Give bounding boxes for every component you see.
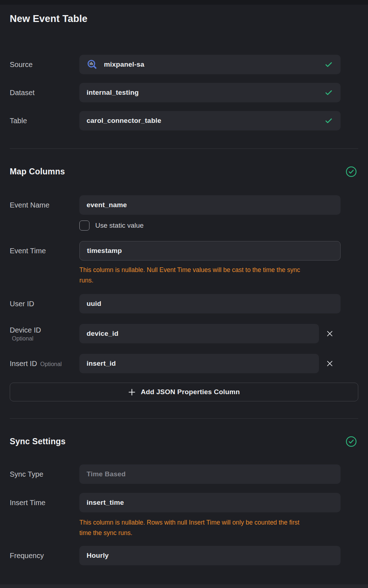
sync-type-field: Time Based	[79, 464, 341, 484]
event-name-label: Event Name	[10, 201, 49, 209]
panel-top-edge	[0, 0, 368, 5]
plus-icon	[128, 388, 136, 396]
user-id-field[interactable]: uuid	[79, 294, 341, 313]
map-columns-title: Map Columns	[10, 166, 65, 177]
insert-id-value: insert_id	[87, 360, 116, 368]
insert-id-row: Insert ID Optional insert_id	[10, 354, 358, 373]
use-static-value-row: Use static value	[79, 220, 358, 231]
device-id-label: Device ID	[10, 326, 79, 334]
valid-check-icon	[324, 116, 333, 125]
device-id-row: Device ID Optional device_id	[10, 324, 358, 343]
event-name-value: event_name	[87, 201, 127, 209]
new-event-table-form: New Event Table Source mixpanel-sa	[0, 13, 368, 565]
sync-type-label: Sync Type	[10, 470, 43, 478]
insert-time-label: Insert Time	[10, 499, 45, 507]
dataset-field[interactable]: internal_testing	[79, 83, 341, 102]
table-label: Table	[10, 117, 27, 125]
map-columns-header: Map Columns	[10, 166, 358, 177]
event-time-field[interactable]: timestamp	[79, 241, 341, 260]
frequency-value: Hourly	[87, 552, 109, 560]
add-json-properties-column-button[interactable]: Add JSON Properties Column	[10, 383, 358, 401]
source-field[interactable]: mixpanel-sa	[79, 55, 341, 74]
event-time-row: Event Time timestamp	[10, 241, 358, 260]
use-static-value-checkbox[interactable]	[79, 220, 89, 231]
table-field[interactable]: carol_connector_table	[79, 111, 341, 130]
page-title: New Event Table	[10, 13, 358, 24]
sync-type-row: Sync Type Time Based	[10, 464, 358, 484]
event-time-label: Event Time	[10, 247, 46, 255]
event-name-row: Event Name event_name	[10, 195, 358, 215]
sync-settings-header: Sync Settings	[10, 436, 358, 447]
insert-id-optional-tag: Optional	[40, 361, 62, 368]
use-static-value-label: Use static value	[95, 222, 144, 230]
user-id-label: User ID	[10, 300, 34, 308]
section-divider	[10, 148, 358, 149]
frequency-field[interactable]: Hourly	[79, 546, 341, 565]
valid-check-icon	[324, 88, 333, 97]
event-time-nullable-warning: This column is nullable. Null Event Time…	[79, 265, 358, 286]
section-divider	[10, 418, 358, 419]
event-time-value: timestamp	[87, 247, 122, 255]
table-row: Table carol_connector_table	[10, 111, 358, 130]
event-name-field[interactable]: event_name	[79, 195, 341, 215]
dataset-value: internal_testing	[87, 89, 139, 97]
sync-settings-title: Sync Settings	[10, 436, 66, 447]
insert-time-field[interactable]: insert_time	[79, 493, 341, 512]
frequency-label: Frequency	[10, 552, 44, 560]
sync-type-value: Time Based	[87, 470, 126, 478]
insert-time-value: insert_time	[87, 499, 124, 507]
user-id-value: uuid	[87, 300, 101, 308]
device-id-field[interactable]: device_id	[79, 324, 319, 343]
dataset-label: Dataset	[10, 89, 35, 97]
add-json-properties-column-label: Add JSON Properties Column	[141, 388, 240, 396]
insert-time-row: Insert Time insert_time	[10, 493, 358, 512]
source-row: Source mixpanel-sa	[10, 55, 358, 74]
section-complete-circle-check-icon	[346, 166, 357, 177]
frequency-row: Frequency Hourly	[10, 546, 358, 565]
insert-id-field[interactable]: insert_id	[79, 354, 319, 373]
mixpanel-logo-icon	[87, 59, 98, 70]
section-complete-circle-check-icon	[346, 436, 357, 447]
remove-insert-id-x-icon[interactable]	[319, 354, 341, 373]
insert-time-nullable-warning: This column is nullable. Rows with null …	[79, 517, 358, 538]
device-id-optional-tag: Optional	[10, 335, 79, 342]
remove-device-id-x-icon[interactable]	[319, 324, 341, 343]
device-id-value: device_id	[87, 330, 118, 338]
user-id-row: User ID uuid	[10, 294, 358, 313]
panel-bottom-edge	[0, 584, 368, 588]
table-value: carol_connector_table	[87, 117, 161, 125]
dataset-row: Dataset internal_testing	[10, 83, 358, 102]
valid-check-icon	[324, 60, 333, 69]
source-label: Source	[10, 61, 32, 68]
insert-id-label: Insert ID	[10, 359, 37, 368]
source-value: mixpanel-sa	[104, 61, 144, 68]
